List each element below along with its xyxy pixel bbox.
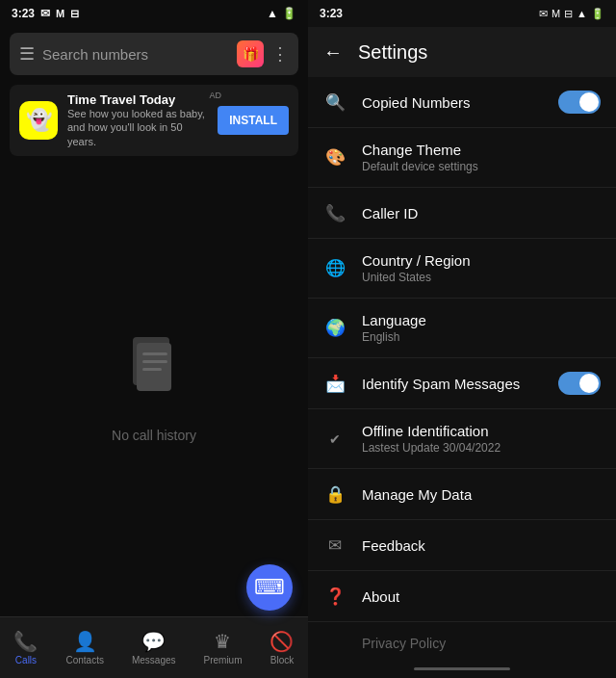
about-content: About [362,588,601,605]
copied-numbers-content: Copied Numbers [362,94,543,111]
settings-item-copied-numbers[interactable]: 🔍 Copied Numbers [308,77,616,128]
left-status-left: 3:23 ✉ M ⊟ [12,7,79,20]
call-history-area: No call history [0,160,308,616]
spam-toggle[interactable] [558,372,601,395]
identify-spam-title: Identify Spam Messages [362,376,543,392]
messages-label: Messages [132,655,176,665]
search-bar[interactable]: ☰ Search numbers 🎁 ⋮ [10,33,298,75]
change-theme-subtitle: Default device settings [362,160,601,173]
country-region-subtitle: United States [362,271,601,284]
premium-icon: ♛ [214,630,231,653]
toggle-knob [579,92,599,112]
ad-banner[interactable]: AD 👻 Time Travel Today See how you looke… [10,85,298,156]
settings-item-identify-spam[interactable]: 📩 Identify Spam Messages [308,358,616,409]
nav-premium[interactable]: ♛ Premium [203,630,242,665]
feedback-title: Feedback [362,537,601,554]
right-time: 3:23 [320,7,343,20]
caller-id-content: Caller ID [362,205,601,222]
gift-icon[interactable]: 🎁 [237,40,264,67]
settings-item-offline-identification[interactable]: ✔ Offline Identification Lastest Update … [308,409,616,469]
language-title: Language [362,312,601,328]
settings-title: Settings [358,41,427,64]
change-theme-content: Change Theme Default device settings [362,142,601,173]
theme-icon: 🎨 [323,146,346,170]
search-placeholder: Search numbers [42,46,229,63]
install-button[interactable]: INSTALL [218,106,289,135]
contacts-icon: 👤 [73,630,97,653]
svg-rect-4 [137,343,171,391]
svg-rect-5 [142,352,167,355]
nav-block[interactable]: 🚫 Block [270,630,294,665]
right-wifi-icon: ▲ [577,8,587,19]
more-options-icon[interactable]: ⋮ [271,43,289,65]
settings-item-country-region[interactable]: 🌐 Country / Region United States [308,239,616,299]
country-region-content: Country / Region United States [362,252,601,284]
settings-item-feedback[interactable]: ✉ Feedback [308,520,616,571]
empty-history-icon [123,333,185,416]
left-time: 3:23 [12,7,35,20]
manage-data-icon: 🔒 [323,482,346,506]
offline-id-subtitle: Lastest Update 30/04/2022 [362,441,601,455]
ad-subtitle: See how you looked as baby, and how you'… [67,107,208,148]
manage-data-content: Manage My Data [362,486,601,503]
messages-icon: 💬 [141,630,166,653]
no-history-text: No call history [112,428,196,443]
settings-item-manage-data[interactable]: 🔒 Manage My Data [308,469,616,520]
left-sim-icon: M [56,8,64,19]
offline-id-content: Offline Identification Lastest Update 30… [362,423,601,455]
right-battery-icon: 🔋 [591,8,604,20]
language-content: Language English [362,312,601,344]
right-sim2-icon: ⊟ [564,8,573,20]
copied-numbers-title: Copied Numbers [362,94,543,111]
copied-numbers-toggle[interactable] [558,91,601,114]
right-sim-icon: M [552,8,560,19]
dialpad-icon: ⌨ [254,575,285,600]
feedback-icon: ✉ [323,534,346,557]
identify-spam-content: Identify Spam Messages [362,376,543,392]
calls-icon: 📞 [13,630,38,653]
search-bar-actions: 🎁 ⋮ [237,40,289,67]
right-panel: 3:23 ✉ M ⊟ ▲ 🔋 ← Settings 🔍 Copied Numbe… [308,0,616,678]
ad-text: Time Travel Today See how you looked as … [67,92,208,148]
nav-contacts[interactable]: 👤 Contacts [65,630,103,665]
feedback-content: Feedback [362,537,601,554]
about-title: About [362,588,601,605]
caller-id-icon: 📞 [323,201,346,224]
bottom-bar [414,667,510,670]
back-button[interactable]: ← [323,41,343,64]
ad-title: Time Travel Today [67,92,208,107]
calls-label: Calls [15,655,37,665]
left-panel: 3:23 ✉ M ⊟ ▲ 🔋 ☰ Search numbers 🎁 ⋮ AD 👻… [0,0,308,678]
country-region-title: Country / Region [362,252,601,269]
language-subtitle: English [362,330,601,344]
block-icon: 🚫 [270,630,294,653]
settings-list: 🔍 Copied Numbers 🎨 Change Theme Default … [308,77,616,659]
about-icon: ❓ [323,585,346,608]
left-status-bar: 3:23 ✉ M ⊟ ▲ 🔋 [0,0,308,27]
svg-rect-6 [142,360,167,363]
caller-id-title: Caller ID [362,205,601,222]
change-theme-title: Change Theme [362,142,601,158]
privacy-policy[interactable]: Privacy Policy [308,622,616,659]
settings-item-about[interactable]: ❓ About [308,571,616,622]
wifi-icon: ▲ [267,7,278,20]
left-status-right: ▲ 🔋 [267,7,296,20]
spam-icon: 📩 [323,372,346,395]
settings-item-change-theme[interactable]: 🎨 Change Theme Default device settings [308,128,616,188]
settings-header: ← Settings [308,27,616,77]
bottom-nav: 📞 Calls 👤 Contacts 💬 Messages ♛ Premium … [0,616,308,678]
fab-button[interactable]: ⌨ [246,564,293,611]
settings-item-caller-id[interactable]: 📞 Caller ID [308,188,616,239]
battery-icon: 🔋 [282,7,296,20]
offline-id-title: Offline Identification [362,423,601,439]
country-icon: 🌐 [323,257,346,280]
offline-id-icon: ✔ [323,428,346,451]
language-icon: 🌍 [323,317,346,340]
nav-messages[interactable]: 💬 Messages [132,630,176,665]
settings-item-language[interactable]: 🌍 Language English [308,299,616,358]
left-mail-icon: ✉ [40,7,50,20]
hamburger-icon[interactable]: ☰ [19,43,35,65]
snapchat-icon: 👻 [19,101,58,140]
ad-label: AD [209,91,221,100]
nav-calls[interactable]: 📞 Calls [13,630,38,665]
